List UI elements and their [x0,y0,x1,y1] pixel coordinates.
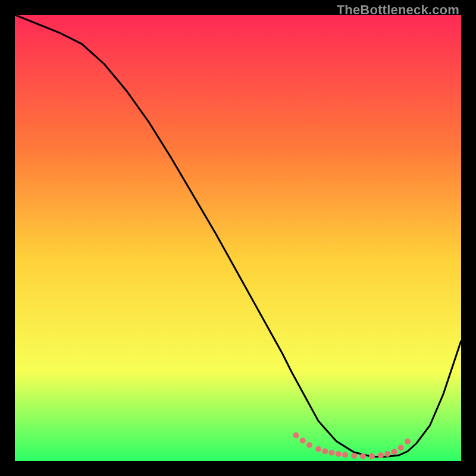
cluster-dot [342,452,348,458]
cluster-dot [369,453,375,459]
cluster-dot [293,433,299,439]
cluster-dot [351,453,357,459]
chart-frame: TheBottleneck.com [0,0,476,476]
cluster-dot [306,442,312,448]
gradient-background [15,15,461,461]
cluster-dot [398,445,404,451]
cluster-dot [329,450,335,456]
chart-svg [15,15,461,461]
cluster-dot [300,438,306,444]
cluster-dot [322,449,328,455]
cluster-dot [384,451,390,457]
cluster-dot [336,451,342,457]
cluster-dot [392,449,397,455]
cluster-dot [315,446,321,452]
cluster-dot [360,453,366,459]
cluster-dot [378,452,384,458]
cluster-dot [405,439,411,444]
plot-area [15,15,461,461]
